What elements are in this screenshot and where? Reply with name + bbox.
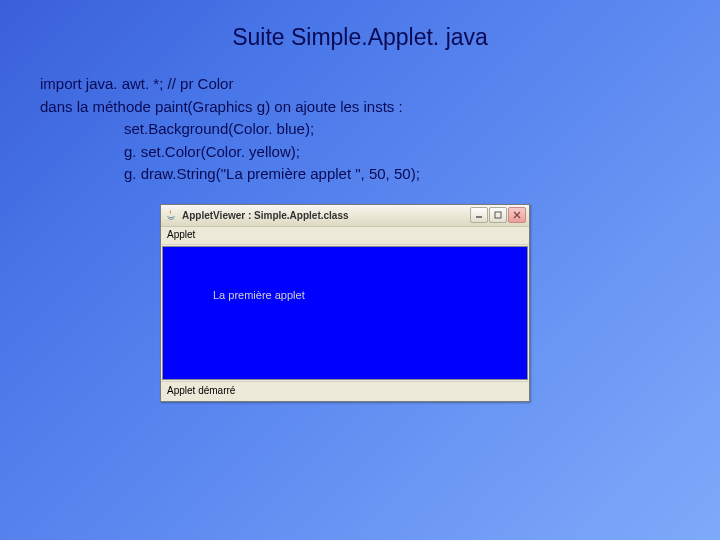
- maximize-button[interactable]: [489, 207, 507, 223]
- status-text: Applet démarré: [167, 385, 235, 396]
- java-icon: [164, 208, 178, 222]
- canvas-text: La première applet: [213, 289, 305, 301]
- menu-applet[interactable]: Applet: [167, 229, 195, 240]
- body-text: import java. awt. *; // pr Color dans la…: [40, 73, 680, 186]
- code-line-method: dans la méthode paint(Graphics g) on ajo…: [40, 96, 680, 119]
- close-button[interactable]: [508, 207, 526, 223]
- window-buttons: [470, 207, 526, 223]
- code-line-inst3: g. draw.String("La première applet ", 50…: [124, 163, 680, 186]
- menubar: Applet: [161, 227, 529, 245]
- code-line-inst1: set.Background(Color. blue);: [124, 118, 680, 141]
- code-line-inst2: g. set.Color(Color. yellow);: [124, 141, 680, 164]
- code-line-import: import java. awt. *; // pr Color: [40, 73, 680, 96]
- statusbar: Applet démarré: [161, 381, 529, 401]
- svg-rect-1: [495, 212, 501, 218]
- window-title: AppletViewer : Simple.Applet.class: [182, 210, 470, 221]
- applet-canvas: La première applet: [162, 246, 528, 380]
- minimize-button[interactable]: [470, 207, 488, 223]
- applet-window: AppletViewer : Simple.Applet.class Apple…: [160, 204, 530, 402]
- slide-title: Suite Simple.Applet. java: [40, 24, 680, 51]
- slide: Suite Simple.Applet. java import java. a…: [0, 0, 720, 420]
- titlebar: AppletViewer : Simple.Applet.class: [161, 205, 529, 227]
